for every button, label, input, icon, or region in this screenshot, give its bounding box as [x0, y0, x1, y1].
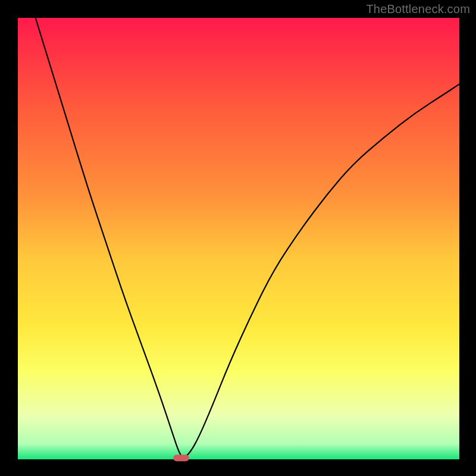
bottleneck-chart [0, 0, 476, 476]
plot-background [18, 18, 459, 459]
chart-frame: TheBottleneck.com [0, 0, 476, 476]
minimum-marker [174, 455, 189, 461]
watermark-text: TheBottleneck.com [366, 2, 470, 16]
